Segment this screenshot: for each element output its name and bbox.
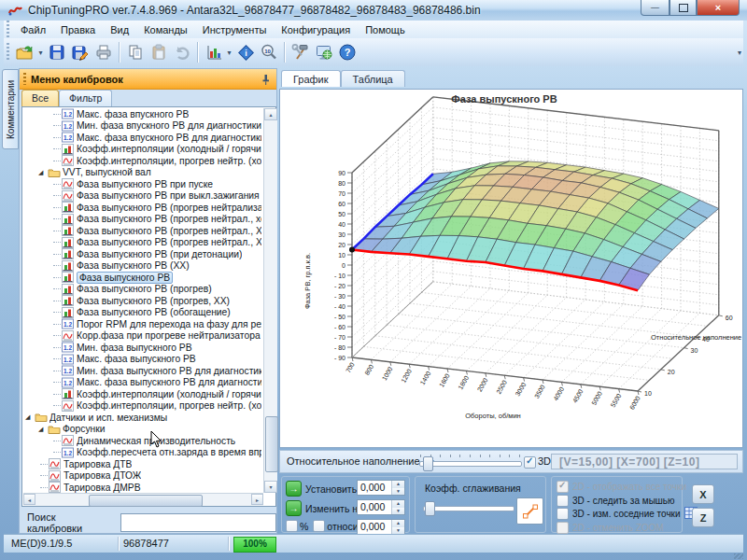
spinner-arrows[interactable]: ▲▼ (391, 500, 404, 514)
toolbar-overflow-icon[interactable]: ▾ (738, 49, 741, 57)
tree-item[interactable]: Коэфф.интерполяции, прогрев нейтр. (холо… (23, 155, 261, 167)
option-checkbox[interactable] (557, 495, 569, 507)
tree-item[interactable]: Фаза выпускного РВ (прогрев, ХХ) (23, 295, 261, 307)
percent-checkbox[interactable] (286, 520, 298, 532)
tab-filter[interactable]: Фильтр (59, 90, 112, 106)
tree-item[interactable]: 1.2Порог RPM для перехода на фазу для ре… (23, 318, 261, 330)
3d-checkbox[interactable] (524, 456, 536, 469)
tree-item[interactable]: Коэфф.интерполяции (холодный / горячий ) (23, 388, 261, 400)
scroll-down-icon[interactable]: ▾ (264, 481, 277, 493)
tree-item[interactable]: Фаза выпускного РВ (обогащение) (23, 307, 261, 319)
smoothing-slider-track[interactable] (423, 506, 514, 511)
pin-icon[interactable] (261, 74, 271, 85)
expander-icon[interactable]: ◢ (38, 426, 48, 433)
maximize-button[interactable] (669, 0, 697, 16)
surface-chart[interactable]: 9080706050403020100- 10- 20- 30- 40- 50-… (280, 90, 742, 447)
close-button[interactable]: × (697, 0, 740, 16)
tab-table[interactable]: Таблица (341, 70, 405, 87)
chart-dropdown-caret[interactable]: ▾ (225, 49, 233, 57)
tree-item[interactable]: Фаза выпускного РВ (23, 272, 261, 284)
resize-grip[interactable] (734, 553, 743, 559)
option-checkbox[interactable] (557, 508, 569, 520)
minimize-button[interactable]: — (641, 0, 669, 16)
tree-item[interactable]: Тарировка ДТОЖ (23, 470, 261, 483)
spin-up-icon[interactable]: ▲ (392, 481, 404, 488)
tree-folder[interactable]: ◢Форсунки (23, 424, 261, 436)
tree-item[interactable]: Корр.фаза при прогреве нейтрализатора (23, 330, 261, 343)
tree-item[interactable]: Фаза выпускного РВ при выкл.зажигания (23, 190, 261, 203)
tree-item[interactable]: 1.2Мин. фаза выпускного РВ для диагности… (23, 365, 261, 377)
copy-button[interactable] (123, 40, 147, 64)
menu-instruments[interactable]: Инструменты (195, 24, 275, 35)
tab-graph[interactable]: График (281, 70, 341, 87)
expander-icon[interactable]: ◢ (38, 169, 48, 176)
tree-item[interactable]: 1.2Коэфф.пересчета отн.заряда в время вп… (23, 447, 261, 459)
save-as-button[interactable] (68, 40, 92, 64)
comments-dock-tab[interactable]: Комментарии (2, 69, 19, 149)
menu-help[interactable]: Помощь (358, 24, 413, 35)
tree-item[interactable]: Динамическая производительность (23, 435, 261, 447)
menu-configuration[interactable]: Конфигурация (274, 24, 358, 35)
scroll-up-icon[interactable]: ▴ (264, 108, 277, 120)
spin-down-icon[interactable]: ▼ (392, 508, 404, 515)
spin-up-icon[interactable]: ▲ (392, 500, 404, 508)
menu-file[interactable]: Файл (13, 24, 53, 35)
fill-slider-track[interactable] (419, 461, 522, 467)
help-button[interactable]: ? (335, 40, 359, 64)
tree-folder[interactable]: ◢Датчики и исп. механизмы (23, 412, 261, 424)
tree-item[interactable]: Фаза выпускного РВ (ХХ) (23, 260, 261, 273)
menu-view[interactable]: Вид (103, 24, 136, 35)
spin-up-icon[interactable]: ▲ (392, 520, 404, 527)
expander-icon[interactable]: ◢ (25, 413, 35, 421)
tree-item[interactable]: 1.2Мин. фаза выпускного РВ (23, 342, 261, 354)
interpolate-button[interactable] (516, 497, 543, 525)
spinner-arrows[interactable]: ▲▼ (391, 481, 404, 495)
tab-all[interactable]: Все (21, 90, 59, 106)
tree-item[interactable]: Тарировка ДТВ (23, 458, 261, 470)
scrollbar-thumb[interactable] (89, 495, 203, 507)
online-update-button[interactable] (312, 40, 335, 64)
tree-item[interactable]: Фаза выпускного РВ (прогрев нейтрал., ХХ… (23, 237, 261, 249)
spin-down-icon[interactable]: ▼ (392, 527, 404, 535)
undo-button[interactable] (170, 40, 193, 64)
tree-folder[interactable]: ◢VVT, выпускной вал (23, 167, 261, 179)
tree-item[interactable]: 1.2Мин. фаза впускного РВ для диагностик… (23, 120, 261, 133)
tree-item[interactable]: Коэфф.интерполяции (холодный / горячий ) (23, 144, 261, 156)
smoothing-slider-thumb[interactable] (425, 501, 435, 516)
view-option-2[interactable]: 3D - изм. соседние точки (557, 508, 698, 520)
tree-item[interactable]: 1.2Макс. фаза выпускного РВ (23, 354, 261, 366)
tree-item[interactable]: Фаза выпускного РВ (прогрев нейтрал., хо… (23, 214, 261, 226)
open-dropdown-caret[interactable]: ▾ (36, 49, 45, 57)
tree-item[interactable]: 1.2Макс. фаза впускного РВ (23, 108, 261, 120)
tools-button[interactable] (289, 40, 312, 64)
scroll-right-icon[interactable]: ▸ (251, 494, 263, 505)
save-button[interactable] (45, 40, 68, 64)
menu-edit[interactable]: Правка (53, 24, 103, 35)
apply-change-button[interactable]: → (286, 500, 302, 516)
change-value-spinner[interactable]: 0,000 ▲▼ (357, 499, 405, 515)
spin-down-icon[interactable]: ▼ (392, 488, 404, 496)
relative-value-spinner[interactable]: 0,000 ▲▼ (357, 519, 405, 535)
chart-compare-button[interactable] (202, 40, 225, 64)
fill-slider-thumb[interactable] (423, 456, 433, 471)
menu-commands[interactable]: Команды (136, 24, 195, 35)
tree-horizontal-scrollbar[interactable]: ◂ ▸ (23, 493, 263, 506)
tree-item[interactable]: Фаза выпускного РВ (прогрев нейтрализато… (23, 202, 261, 214)
tree-vertical-scrollbar[interactable]: ▴ ▾ (263, 108, 277, 493)
open-file-button[interactable] (13, 40, 36, 64)
about-button[interactable]: i (233, 40, 257, 64)
set-value-spinner[interactable]: 0,000 ▲▼ (357, 480, 405, 496)
spinner-arrows[interactable]: ▲▼ (391, 520, 404, 534)
view-option-1[interactable]: 3D - следить за мышью (557, 495, 675, 507)
tree-item[interactable]: 1.2Макс. фаза выпускного РВ для диагност… (23, 377, 261, 389)
apply-set-button[interactable]: → (286, 481, 302, 497)
tree-item[interactable]: Фаза выпускного РВ (при детонации) (23, 248, 261, 260)
tree-item[interactable]: Коэфф.интерполяции, прогрев нейтр. (холо… (23, 400, 261, 413)
tree-item[interactable]: 1.2Макс. фаза впускного РВ для диагности… (23, 132, 261, 144)
scrollbar-thumb[interactable] (265, 416, 278, 472)
z-axis-button[interactable]: Z (692, 508, 714, 527)
x-axis-button[interactable]: X (692, 484, 714, 504)
tree-item[interactable]: Фаза выпускного РВ (прогрев нейтрал., ХХ… (23, 225, 261, 237)
paste-button[interactable] (147, 40, 170, 64)
print-button[interactable] (92, 40, 115, 64)
